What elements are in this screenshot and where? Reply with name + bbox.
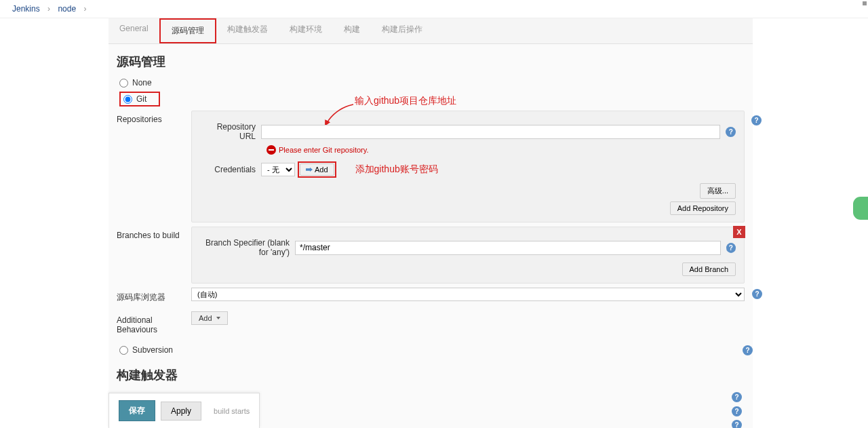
add-credentials-button[interactable]: Add — [300, 163, 334, 176]
radio-subversion-label: Subversion — [132, 345, 173, 355]
bottom-bar: 保存 Apply build starts — [108, 393, 260, 428]
annotation-add-cred: 添加github账号密码 — [355, 163, 438, 176]
credentials-label: Credentials — [200, 165, 261, 174]
behaviours-label: Additional Behaviours — [117, 311, 191, 338]
radio-subversion[interactable] — [119, 346, 128, 355]
branch-specifier-input[interactable] — [295, 241, 721, 255]
advanced-button[interactable]: 高级... — [700, 183, 736, 199]
error-icon — [267, 145, 276, 155]
repo-url-label: Repository URL — [200, 122, 261, 141]
browser-select[interactable]: (自动) — [191, 288, 745, 301]
section-title-triggers: 构建触发器 — [117, 367, 745, 383]
tab-build[interactable]: 构建 — [333, 18, 371, 43]
footer-extra: build starts — [214, 407, 250, 415]
tabs: General 源码管理 构建触发器 构建环境 构建 构建后操作 — [108, 18, 753, 44]
help-icon[interactable]: ? — [743, 345, 753, 355]
add-branch-button[interactable]: Add Branch — [682, 262, 736, 276]
breadcrumb-node[interactable]: node — [58, 4, 76, 14]
repositories-label: Repositories — [117, 111, 191, 222]
help-icon[interactable]: ? — [732, 420, 742, 428]
tab-env[interactable]: 构建环境 — [279, 18, 333, 43]
float-badge[interactable] — [853, 197, 868, 220]
scroll-indicator — [863, 1, 867, 5]
radio-git[interactable] — [123, 95, 132, 104]
apply-button[interactable]: Apply — [161, 402, 201, 421]
breadcrumb-sep-icon: › — [47, 4, 50, 14]
behaviours-add-dropdown[interactable]: Add — [191, 311, 228, 325]
repo-error-text: Please enter Git repository. — [279, 146, 368, 154]
credentials-select[interactable]: - 无 - — [261, 163, 295, 176]
help-icon[interactable]: ? — [732, 392, 742, 402]
section-title-scm: 源码管理 — [117, 54, 745, 70]
caret-down-icon — [216, 317, 220, 319]
save-button[interactable]: 保存 — [119, 400, 155, 421]
branch-specifier-label: Branch Specifier (blank for 'any') — [200, 238, 295, 257]
help-icon[interactable]: ? — [726, 243, 736, 253]
help-icon[interactable]: ? — [752, 289, 762, 299]
breadcrumb-root[interactable]: Jenkins — [12, 4, 40, 14]
tab-triggers[interactable]: 构建触发器 — [216, 18, 279, 43]
radio-none[interactable] — [119, 79, 128, 87]
repo-url-input[interactable] — [261, 125, 720, 139]
help-icon[interactable]: ? — [751, 115, 762, 125]
breadcrumb-sep-icon: › — [83, 4, 86, 14]
tab-scm[interactable]: 源码管理 — [159, 18, 216, 43]
help-icon[interactable]: ? — [726, 127, 736, 137]
browser-label: 源码库浏览器 — [117, 288, 191, 307]
delete-branch-button[interactable]: X — [733, 226, 745, 238]
tab-post[interactable]: 构建后操作 — [371, 18, 433, 43]
breadcrumb: Jenkins › node › — [0, 0, 868, 18]
radio-git-label: Git — [136, 94, 146, 104]
help-icon[interactable]: ? — [732, 406, 742, 416]
key-icon — [306, 168, 313, 172]
branches-label: Branches to build — [117, 227, 191, 284]
add-repository-button[interactable]: Add Repository — [670, 201, 736, 215]
radio-none-label: None — [132, 78, 152, 87]
tab-general[interactable]: General — [108, 18, 159, 43]
